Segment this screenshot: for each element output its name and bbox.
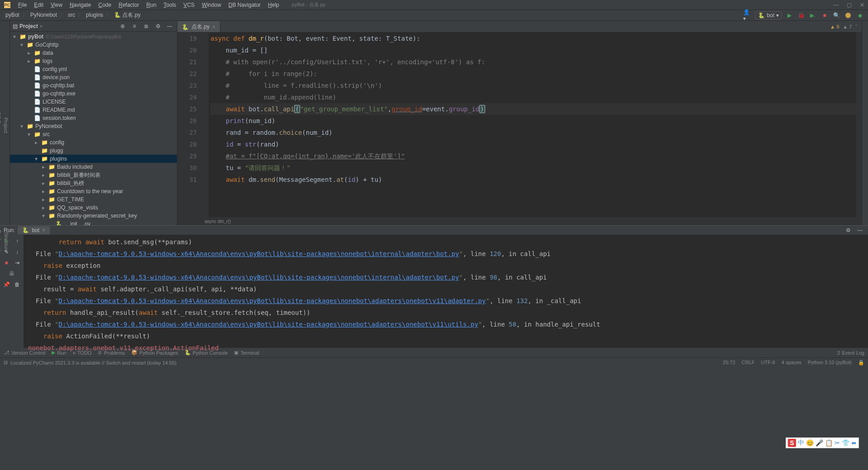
close-run-tab-icon[interactable]: × [42,227,45,233]
tree-item[interactable]: 📄go-cqhttp.bat [10,81,177,90]
print-button[interactable]: 🖶 [7,269,16,278]
tool-db-browser-tab[interactable]: DB Browser [0,25,2,225]
code-line[interactable]: rand = random.choice(num_id) [210,127,856,138]
ime-toolbar[interactable]: S 中 😊 🎤 📋 ✂ 👕 ⬌ [786,437,859,448]
code-line[interactable]: async def dm_r(bot: Bot, event: Event, s… [210,33,856,44]
breadcrumb-item[interactable]: PyNonebot [29,12,59,18]
settings-icon[interactable]: ⚙ [153,22,162,31]
tree-item[interactable]: ▸📁GET_TIME [10,195,177,204]
tree-item[interactable]: ▾📁src [10,130,177,138]
tool-project-tab[interactable]: Project [2,25,10,225]
tool-bookmarks-tab[interactable]: Bookmarks [0,226,3,258]
tree-item[interactable]: 📄device.json [10,73,177,81]
tree-item[interactable]: 📄session.token [10,114,177,122]
line-number[interactable]: 27 [177,127,197,138]
event-log-button[interactable]: 2 Event Log [837,350,864,356]
tree-item[interactable]: ▾📁PyNonebot [10,122,177,130]
ime-voice-icon[interactable]: 🎤 [816,439,823,446]
menu-view[interactable]: View [47,1,66,9]
tree-item[interactable]: ▸📁logs [10,57,177,65]
editor-breadcrumb[interactable]: async dm_r() [177,217,862,225]
tree-item[interactable]: ▸📁bilibili_新番时间表 [10,171,177,179]
run-tab[interactable]: 🐍 bot × [18,226,50,234]
line-number[interactable]: 19 [177,33,197,44]
console-output[interactable]: return await bot.send_msg(**params) File… [24,235,868,355]
ime-keyboard-icon[interactable]: 📋 [825,439,833,446]
inspection-chevron-icon[interactable]: ˇ [855,24,857,29]
code-line[interactable]: # line = f.readline().strip('\n') [210,80,856,91]
code-line[interactable]: tu = "请回答问题！" [210,162,856,174]
status-caret-pos[interactable]: 25:72 [723,360,735,366]
tree-item[interactable]: ▾📁plugins [10,155,177,163]
line-number[interactable]: 24 [177,91,197,103]
code-line[interactable]: num_id = [] [210,44,856,56]
close-tab-icon[interactable]: × [212,24,215,30]
tree-item[interactable]: 📄config.yml [10,65,177,73]
tree-item[interactable]: ▸📁QQ_space_visits [10,204,177,212]
run-button[interactable]: ▶ [785,11,794,20]
ime-emoji-icon[interactable]: 😊 [806,439,814,446]
ime-skin-icon[interactable]: 👕 [842,439,849,446]
tree-item[interactable]: ▸📁config [10,138,177,147]
line-number[interactable]: 31 [177,174,197,185]
code-line[interactable]: print(num_id) [210,115,856,127]
stop-run-button[interactable]: ■ [2,258,11,267]
hide-icon[interactable]: — [165,22,174,31]
run-settings-icon[interactable]: ⚙ [844,226,853,235]
menu-refactor[interactable]: Refactor [115,1,143,9]
user-icon[interactable]: 👤▾ [743,11,752,20]
bottom-tab-python-console[interactable]: 🐍 Python Console [185,350,228,356]
error-stripe[interactable] [856,33,862,217]
code-line[interactable]: # num_id.append(line) [210,91,856,103]
breadcrumb-item[interactable]: src [66,12,77,18]
ime-tool-icon[interactable]: ✂ [835,439,840,446]
tree-item[interactable]: ▾📁GoCqhttp [10,41,177,49]
code-line[interactable]: # for i in range(2): [210,68,856,80]
soft-wrap-button[interactable]: ⇥ [13,258,22,267]
tree-item[interactable]: ▸📁Baidu included [10,163,177,171]
status-encoding[interactable]: UTF-8 [761,360,775,366]
down-stack-button[interactable]: ↓ [13,247,22,256]
code-line[interactable]: # with open(r'../config/UserList.txt', '… [210,56,856,68]
run-coverage-button[interactable]: ▶. [808,11,817,20]
tree-item[interactable]: ▸📁bilibili_热榜 [10,179,177,187]
search-button[interactable]: 🔍 [832,11,841,20]
ime-expand-icon[interactable]: ⬌ [851,439,857,446]
bottom-tab-python-packages[interactable]: 📦 Python Packages [131,350,178,356]
tree-item[interactable]: ▸📁Countdown to the new year [10,187,177,195]
project-tree[interactable]: ▾📁pyBotC:\Users\123\PycharmProjects\pyBo… [10,32,177,225]
delete-button[interactable]: 🗑 [13,280,22,289]
tree-item[interactable]: 📁plugg [10,147,177,155]
status-lock-icon[interactable]: 🔒 [858,360,864,366]
tree-item[interactable]: 📄README.md [10,106,177,114]
line-number[interactable]: 25 [177,103,197,115]
line-number[interactable]: 22 [177,68,197,80]
code-line[interactable]: await bot.call_api("get_group_member_lis… [210,103,856,115]
collapse-all-icon[interactable]: ≣ [142,22,151,31]
line-number-gutter[interactable]: 19202122232425262728293031 [177,33,202,217]
warnings-indicator[interactable]: ▲ 9 [830,24,839,29]
breadcrumb-item[interactable]: 🐍 点名.py [112,12,142,18]
fold-gutter[interactable] [202,33,209,217]
code-line[interactable]: await dm.send(MessageSegment.at(id) + tu… [210,174,856,185]
breadcrumb-item[interactable]: pyBot [4,12,21,18]
hide-run-icon[interactable]: — [855,226,864,235]
debug-button[interactable]: 🐞 [796,11,806,20]
minimize-button[interactable]: ― [833,2,839,8]
close-button[interactable]: ✕ [860,2,864,8]
line-number[interactable]: 26 [177,115,197,127]
up-stack-button[interactable]: ↑ [13,237,22,246]
bottom-tab-todo[interactable]: ≡ TODO [72,350,91,356]
editor-tab[interactable]: 🐍 点名.py × [177,21,220,32]
select-opened-file-icon[interactable]: ⊕ [118,22,127,31]
ime-logo-icon[interactable]: S [788,439,796,447]
code-area[interactable]: async def dm_r(bot: Bot, event: Event, s… [209,33,856,217]
menu-file[interactable]: File [14,1,30,9]
codewithme-icon[interactable] [845,13,851,18]
menu-tools[interactable]: Tools [160,1,180,9]
menu-vcs[interactable]: VCS [180,1,198,9]
weak-warnings-indicator[interactable]: ▲ 7 [843,24,852,29]
tree-item[interactable]: ▸📁data [10,49,177,57]
tree-item[interactable]: 📄go-cqhttp.exe [10,90,177,98]
ide-settings-icon[interactable]: ◆ [855,11,864,20]
